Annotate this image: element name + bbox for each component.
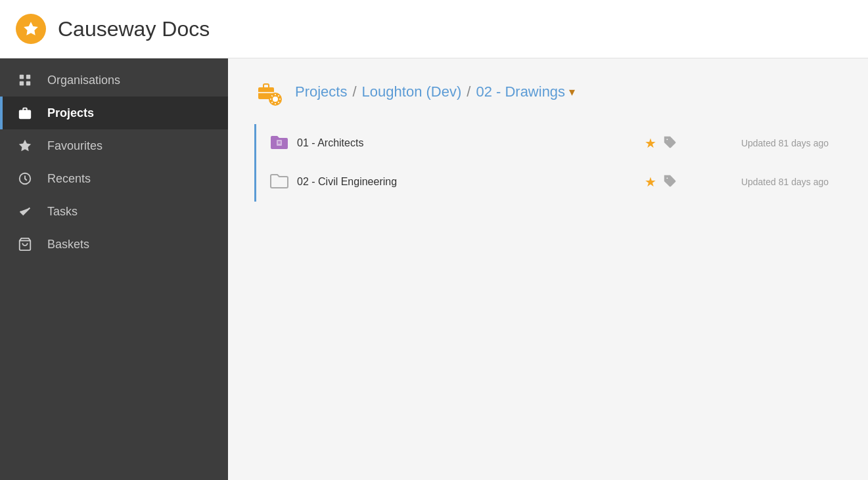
svg-line-16	[278, 95, 279, 97]
main-content: Projects / Loughton (Dev) / 02 - Drawing…	[228, 58, 868, 480]
check-icon	[16, 204, 34, 219]
star-filled-icon[interactable]: ★	[645, 174, 656, 190]
sidebar-item-recents[interactable]: Recents	[0, 162, 228, 195]
grid-icon	[16, 73, 34, 87]
chevron-down-icon: ▾	[569, 85, 575, 99]
sidebar-item-projects[interactable]: Projects	[0, 97, 228, 129]
briefcase-icon	[16, 106, 34, 120]
star-logo-icon	[22, 20, 39, 37]
folder-icon	[269, 172, 289, 192]
sidebar-item-favourites[interactable]: Favourites	[0, 129, 228, 162]
sidebar-label-tasks: Tasks	[47, 205, 78, 219]
breadcrumb-current-folder[interactable]: 02 - Drawings ▾	[476, 83, 575, 100]
breadcrumb-current-label: 02 - Drawings	[476, 83, 565, 100]
breadcrumb-project-name[interactable]: Loughton (Dev)	[362, 83, 462, 100]
favourites-star-icon	[16, 139, 34, 153]
svg-rect-1	[26, 75, 30, 79]
sidebar-label-projects: Projects	[47, 106, 94, 120]
svg-point-9	[273, 97, 278, 102]
body-container: Organisations Projects Favourites Recent…	[0, 58, 868, 480]
svg-line-17	[271, 102, 273, 103]
svg-rect-3	[26, 81, 30, 85]
app-title: Causeway Docs	[58, 17, 210, 41]
sidebar: Organisations Projects Favourites Recent…	[0, 58, 228, 480]
folder-special-icon	[269, 133, 289, 153]
sidebar-item-baskets[interactable]: Baskets	[0, 228, 228, 261]
svg-line-14	[271, 95, 273, 97]
breadcrumb-text: Projects / Loughton (Dev) / 02 - Drawing…	[295, 83, 575, 100]
item-date: Updated 81 days ago	[723, 177, 829, 187]
sidebar-label-organisations: Organisations	[47, 74, 120, 87]
svg-rect-0	[20, 75, 24, 79]
sidebar-label-recents: Recents	[47, 172, 91, 186]
items-list: 01 - Architects ★ Updated 81 days ago	[254, 124, 842, 202]
sidebar-item-tasks[interactable]: Tasks	[0, 195, 228, 228]
sidebar-label-favourites: Favourites	[47, 139, 103, 153]
star-filled-icon[interactable]: ★	[645, 135, 656, 151]
svg-line-15	[278, 102, 279, 103]
breadcrumb-sep-1: /	[352, 83, 356, 100]
item-name: 02 - Civil Engineering	[297, 176, 637, 188]
sidebar-label-baskets: Baskets	[47, 238, 89, 251]
clock-icon	[16, 171, 34, 186]
item-actions: ★	[645, 174, 676, 190]
sidebar-item-organisations[interactable]: Organisations	[0, 64, 228, 97]
breadcrumb: Projects / Loughton (Dev) / 02 - Drawing…	[254, 78, 842, 106]
breadcrumb-project-icon	[254, 78, 282, 106]
svg-rect-2	[20, 81, 24, 85]
tag-icon[interactable]	[663, 135, 676, 152]
basket-icon	[16, 237, 34, 251]
breadcrumb-projects-link[interactable]: Projects	[295, 83, 347, 100]
tag-icon[interactable]	[663, 174, 676, 190]
item-name: 01 - Architects	[297, 137, 637, 149]
list-item[interactable]: 01 - Architects ★ Updated 81 days ago	[256, 124, 842, 163]
item-actions: ★	[645, 135, 676, 152]
app-logo	[16, 14, 46, 44]
breadcrumb-sep-2: /	[467, 83, 470, 100]
item-date: Updated 81 days ago	[723, 138, 829, 148]
list-item[interactable]: 02 - Civil Engineering ★ Updated 81 days…	[256, 163, 842, 202]
app-header: Causeway Docs	[0, 0, 868, 58]
